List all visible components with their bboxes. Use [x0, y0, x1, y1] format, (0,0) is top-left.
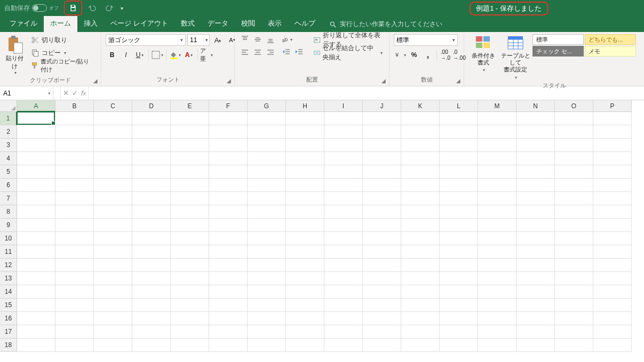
- cell-F1[interactable]: [209, 112, 248, 125]
- cell-D7[interactable]: [132, 192, 171, 205]
- cell-B10[interactable]: [55, 232, 94, 245]
- cell-D17[interactable]: [132, 325, 171, 339]
- column-header-N[interactable]: N: [516, 100, 555, 112]
- phonetic-button[interactable]: ア亜▾: [200, 49, 213, 61]
- style-neutral[interactable]: どちらでも...: [585, 34, 636, 45]
- increase-decimal-button[interactable]: .00→.0: [439, 49, 452, 61]
- cell-K11[interactable]: [401, 245, 440, 259]
- cell-O2[interactable]: [555, 125, 593, 139]
- cell-I1[interactable]: [324, 112, 363, 125]
- cell-L1[interactable]: [440, 112, 478, 125]
- cell-I15[interactable]: [324, 299, 363, 312]
- conditional-formatting-button[interactable]: 条件付き 書式▾: [468, 34, 498, 74]
- cell-L16[interactable]: [440, 312, 478, 325]
- cell-J9[interactable]: [363, 219, 401, 232]
- cell-P15[interactable]: [593, 299, 632, 312]
- cell-A16[interactable]: [17, 312, 55, 325]
- cell-B13[interactable]: [55, 272, 94, 285]
- cell-F10[interactable]: [209, 232, 248, 245]
- cell-K14[interactable]: [401, 285, 440, 299]
- cell-P7[interactable]: [593, 192, 632, 205]
- cell-O3[interactable]: [555, 139, 593, 152]
- cell-D18[interactable]: [132, 339, 171, 352]
- cell-J18[interactable]: [363, 339, 401, 352]
- row-header-2[interactable]: 2: [0, 125, 17, 139]
- cell-F12[interactable]: [209, 259, 248, 272]
- chevron-down-icon[interactable]: ▾: [203, 37, 209, 43]
- cell-B11[interactable]: [55, 245, 94, 259]
- cut-button[interactable]: 切り取り: [29, 34, 97, 46]
- cell-G8[interactable]: [248, 205, 286, 219]
- cell-A8[interactable]: [17, 205, 55, 219]
- cell-P4[interactable]: [593, 152, 632, 165]
- cell-L6[interactable]: [440, 179, 478, 192]
- cell-O12[interactable]: [555, 259, 593, 272]
- row-header-6[interactable]: 6: [0, 179, 17, 192]
- merge-center-button[interactable]: セルを結合して中央揃え▾: [312, 47, 385, 59]
- cell-I4[interactable]: [324, 152, 363, 165]
- cell-N11[interactable]: [516, 245, 555, 259]
- cell-I6[interactable]: [324, 179, 363, 192]
- cell-O16[interactable]: [555, 312, 593, 325]
- cell-L8[interactable]: [440, 205, 478, 219]
- cell-J3[interactable]: [363, 139, 401, 152]
- cell-O5[interactable]: [555, 165, 593, 179]
- column-header-J[interactable]: J: [363, 100, 401, 112]
- cell-I3[interactable]: [324, 139, 363, 152]
- cell-E8[interactable]: [171, 205, 209, 219]
- cell-L4[interactable]: [440, 152, 478, 165]
- italic-button[interactable]: I: [120, 49, 132, 61]
- cell-J1[interactable]: [363, 112, 401, 125]
- cell-B18[interactable]: [55, 339, 94, 352]
- cell-B1[interactable]: [55, 112, 94, 125]
- tell-me-search[interactable]: 実行したい作業を入力してください: [329, 20, 442, 32]
- cell-I9[interactable]: [324, 219, 363, 232]
- cell-O6[interactable]: [555, 179, 593, 192]
- cell-L11[interactable]: [440, 245, 478, 259]
- cell-C5[interactable]: [94, 165, 132, 179]
- cell-P11[interactable]: [593, 245, 632, 259]
- cell-M10[interactable]: [478, 232, 516, 245]
- cell-H2[interactable]: [286, 125, 324, 139]
- cell-J10[interactable]: [363, 232, 401, 245]
- cell-F4[interactable]: [209, 152, 248, 165]
- cell-E18[interactable]: [171, 339, 209, 352]
- cell-G11[interactable]: [248, 245, 286, 259]
- style-note[interactable]: メモ: [585, 46, 636, 57]
- cell-G2[interactable]: [248, 125, 286, 139]
- cell-P6[interactable]: [593, 179, 632, 192]
- cell-F7[interactable]: [209, 192, 248, 205]
- cell-E5[interactable]: [171, 165, 209, 179]
- row-header-4[interactable]: 4: [0, 152, 17, 165]
- font-color-button[interactable]: A▾: [182, 49, 195, 61]
- cell-I7[interactable]: [324, 192, 363, 205]
- alignment-launcher[interactable]: ◢: [380, 77, 387, 84]
- cell-M1[interactable]: [478, 112, 516, 125]
- cell-D14[interactable]: [132, 285, 171, 299]
- cell-L10[interactable]: [440, 232, 478, 245]
- orientation-button[interactable]: ab▾: [281, 34, 292, 45]
- cell-H9[interactable]: [286, 219, 324, 232]
- font-launcher[interactable]: ◢: [226, 77, 232, 84]
- cell-A1[interactable]: [17, 112, 55, 125]
- cell-I12[interactable]: [324, 259, 363, 272]
- increase-font-button[interactable]: A▴: [211, 34, 224, 46]
- cell-N18[interactable]: [516, 339, 555, 352]
- cell-A2[interactable]: [17, 125, 55, 139]
- column-header-H[interactable]: H: [286, 100, 324, 112]
- cell-F2[interactable]: [209, 125, 248, 139]
- cell-C14[interactable]: [94, 285, 132, 299]
- cell-B12[interactable]: [55, 259, 94, 272]
- cell-N3[interactable]: [516, 139, 555, 152]
- column-header-B[interactable]: B: [55, 100, 94, 112]
- cell-C13[interactable]: [94, 272, 132, 285]
- decrease-indent-button[interactable]: [281, 47, 292, 58]
- cell-K17[interactable]: [401, 325, 440, 339]
- tab-insert[interactable]: 挿入: [77, 15, 104, 32]
- cell-N4[interactable]: [516, 152, 555, 165]
- autosave-toggle[interactable]: 自動保存 オフ: [4, 4, 59, 13]
- save-button[interactable]: [66, 2, 80, 14]
- cell-D11[interactable]: [132, 245, 171, 259]
- column-header-I[interactable]: I: [324, 100, 363, 112]
- cell-G16[interactable]: [248, 312, 286, 325]
